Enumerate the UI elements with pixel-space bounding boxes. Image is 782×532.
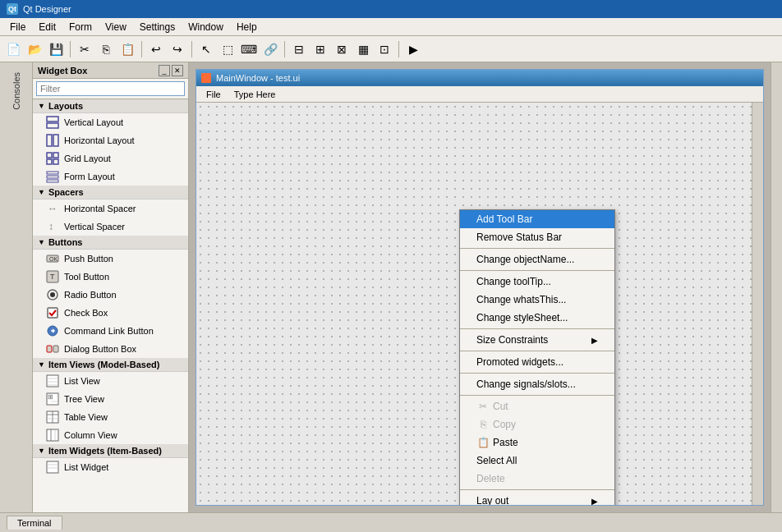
widget-table-view[interactable]: Table View — [33, 408, 188, 426]
svg-rect-6 — [47, 159, 52, 164]
left-tab-consoles[interactable]: Consoles — [8, 66, 25, 117]
menu-file[interactable]: File — [3, 20, 32, 34]
menu-edit[interactable]: Edit — [32, 20, 62, 34]
widget-list-view[interactable]: List View — [33, 372, 188, 390]
toolbar-layout-v[interactable]: ⊞ — [310, 39, 330, 59]
widget-list-widget[interactable]: List Widget — [33, 458, 188, 476]
ctx-sep4 — [460, 351, 614, 351]
section-spacers-label: Spacers — [48, 187, 84, 197]
cut-icon: ✂ — [476, 400, 490, 413]
ctx-select-all[interactable]: Select All — [460, 452, 614, 470]
widget-vertical-spacer[interactable]: ↕ Vertical Spacer — [33, 218, 188, 236]
toolbar-open[interactable]: 📂 — [25, 39, 44, 59]
section-buttons[interactable]: ▼ Buttons — [33, 236, 188, 250]
section-item-views-arrow: ▼ — [38, 360, 45, 369]
push-button-icon: OK — [46, 252, 59, 265]
toolbar-paste[interactable]: 📋 — [117, 39, 137, 59]
toolbar-layout-grid[interactable]: ⊠ — [332, 39, 352, 59]
section-item-views[interactable]: ▼ Item Views (Model-Based) — [33, 358, 188, 372]
toolbar-layout-break[interactable]: ⊡ — [375, 39, 394, 59]
table-view-icon — [46, 410, 59, 424]
section-item-views-label: Item Views (Model-Based) — [48, 360, 160, 369]
ctx-size-constraints-label: Size Constraints — [476, 334, 548, 346]
svg-rect-5 — [53, 153, 58, 158]
widget-box-title: Widget Box — [38, 66, 87, 76]
toolbar-layout-form[interactable]: ▦ — [353, 39, 373, 59]
widget-box-float[interactable]: _ — [159, 65, 170, 76]
svg-rect-22 — [53, 346, 58, 352]
designer-menu-file[interactable]: File — [200, 89, 228, 100]
ctx-size-constraints[interactable]: Size Constraints ▶ — [460, 331, 614, 349]
ctx-sep1 — [460, 248, 614, 249]
toolbar-redo[interactable]: ↪ — [168, 39, 187, 59]
ctx-select-all-label: Select All — [476, 455, 517, 466]
widget-radio-button[interactable]: Radio Button — [33, 286, 188, 304]
ctx-change-signals-label: Change signals/slots... — [476, 378, 576, 390]
ctx-add-toolbar[interactable]: Add Tool Bar — [460, 210, 614, 228]
ctx-promoted-widgets[interactable]: Promoted widgets... — [460, 353, 614, 371]
menu-view[interactable]: View — [99, 20, 133, 34]
menu-help[interactable]: Help — [230, 20, 264, 34]
section-layouts[interactable]: ▼ Layouts — [33, 99, 188, 113]
toolbar-save[interactable]: 💾 — [46, 39, 66, 59]
svg-rect-10 — [47, 180, 58, 182]
toolbar-sep4 — [284, 41, 285, 57]
toolbar-preview[interactable]: ▶ — [403, 39, 423, 59]
designer-canvas[interactable]: Add Tool Bar Remove Status Bar Change ob… — [196, 103, 752, 505]
title-bar: Qt Qt Designer — [0, 0, 782, 18]
widget-grid-layout[interactable]: Grid Layout — [33, 149, 188, 167]
ctx-change-whatsthis[interactable]: Change whatsThis... — [460, 291, 614, 309]
radio-button-icon — [46, 288, 59, 301]
widget-horizontal-spacer[interactable]: ↔ Horizontal Spacer — [33, 200, 188, 218]
widget-check-box[interactable]: Check Box — [33, 304, 188, 322]
toolbar-widget[interactable]: ⬚ — [218, 39, 237, 59]
svg-point-18 — [50, 292, 55, 297]
bottom-tab-terminal[interactable]: Terminal — [7, 516, 62, 530]
widget-push-button-label: Push Button — [64, 254, 113, 264]
toolbar-cut[interactable]: ✂ — [75, 39, 94, 59]
widget-tool-button[interactable]: T Tool Button — [33, 268, 188, 286]
widget-dialog-button-box-label: Dialog Button Box — [64, 344, 136, 354]
ctx-remove-status-bar-left: Remove Status Bar — [476, 232, 562, 243]
widget-dialog-button-box[interactable]: Dialog Button Box — [33, 340, 188, 358]
filter-bar — [33, 79, 188, 99]
ctx-cut: ✂ Cut — [460, 397, 614, 415]
widget-tree-view[interactable]: ⊞ Tree View — [33, 390, 188, 408]
widget-push-button[interactable]: OK Push Button — [33, 250, 188, 268]
ctx-change-signals[interactable]: Change signals/slots... — [460, 375, 614, 393]
designer-window-title: MainWindow - test.ui — [216, 73, 300, 83]
menu-form[interactable]: Form — [62, 20, 99, 34]
menu-settings[interactable]: Settings — [133, 20, 182, 34]
ctx-change-tooltip[interactable]: Change toolTip... — [460, 273, 614, 291]
svg-rect-3 — [53, 135, 58, 146]
toolbar-pointer[interactable]: ↖ — [196, 39, 216, 59]
menu-window[interactable]: Window — [182, 20, 230, 34]
widget-box-close[interactable]: ✕ — [172, 65, 183, 76]
ctx-change-stylesheet[interactable]: Change styleSheet... — [460, 309, 614, 327]
widget-horizontal-layout[interactable]: Horizontal Layout — [33, 131, 188, 149]
toolbar-new[interactable]: 📄 — [3, 39, 23, 59]
ctx-copy: ⎘ Copy — [460, 415, 614, 433]
toolbar-undo[interactable]: ↩ — [146, 39, 166, 59]
widget-vertical-layout[interactable]: Vertical Layout — [33, 113, 188, 131]
section-item-widgets[interactable]: ▼ Item Widgets (Item-Based) — [33, 444, 188, 458]
svg-text:↔: ↔ — [48, 203, 58, 214]
designer-menu-type-here[interactable]: Type Here — [228, 89, 283, 100]
widget-command-link-button[interactable]: Command Link Button — [33, 322, 188, 340]
toolbar-buddy[interactable]: 🔗 — [260, 39, 280, 59]
designer-scrollbar-v[interactable] — [752, 103, 763, 505]
ctx-lay-out[interactable]: Lay out ▶ — [460, 492, 614, 505]
section-spacers[interactable]: ▼ Spacers — [33, 186, 188, 200]
widget-form-layout[interactable]: Form Layout — [33, 167, 188, 186]
ctx-lay-out-label: Lay out — [476, 495, 508, 505]
designer-window: MainWindow - test.ui File Type Here Add … — [196, 69, 764, 506]
ctx-paste[interactable]: 📋 Paste — [460, 433, 614, 452]
toolbar-copy[interactable]: ⎘ — [96, 39, 116, 59]
widget-column-view-label: Column View — [64, 430, 117, 440]
toolbar-layout-h[interactable]: ⊟ — [289, 39, 309, 59]
filter-input[interactable] — [36, 81, 185, 96]
ctx-remove-status-bar[interactable]: Remove Status Bar — [460, 228, 614, 246]
toolbar-tab[interactable]: ⌨ — [239, 39, 259, 59]
ctx-change-objectname[interactable]: Change objectName... — [460, 250, 614, 268]
widget-column-view[interactable]: Column View — [33, 426, 188, 444]
